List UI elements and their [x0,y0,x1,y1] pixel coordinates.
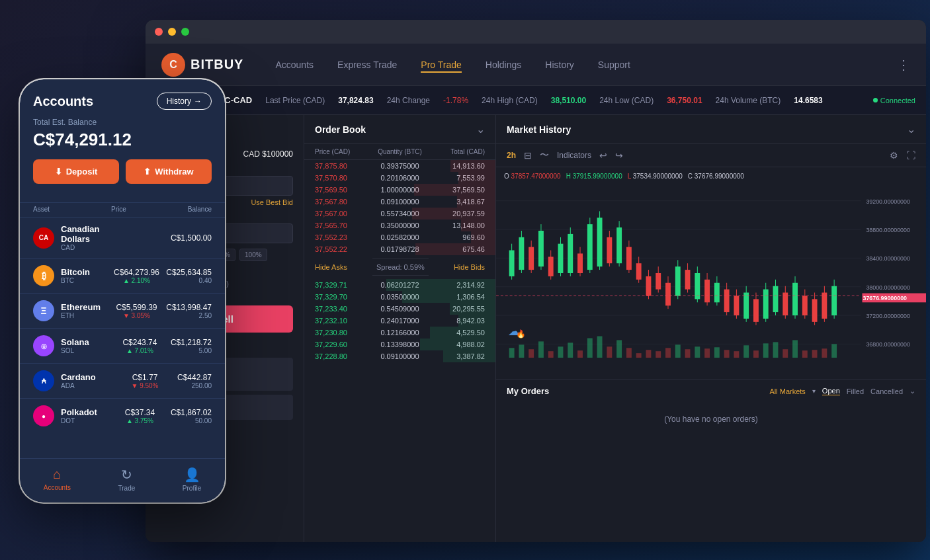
ohlc-l-label: L [628,173,631,180]
line-type-icon[interactable]: 〜 [540,149,549,161]
bid-row[interactable]: 37,232.10 0.24017000 8,942.03 [304,315,495,327]
ask-row[interactable]: 37,552.22 0.01798728 675.46 [304,243,495,255]
svg-text:37200.00000000: 37200.00000000 [866,313,910,319]
nav-link-history[interactable]: History [545,57,574,73]
chart-controls: 2h ⊟ 〜 Indicators ↩ ↪ ⚙ ⛶ [496,144,926,167]
svg-rect-98 [734,351,739,358]
bid-row[interactable]: 37,230.80 0.12166000 4,529.50 [304,327,495,339]
svg-rect-94 [695,346,700,358]
redo-icon[interactable]: ↪ [615,150,623,161]
bid-row[interactable]: 37,233.40 0.54509000 20,295.55 [304,303,495,315]
orders-chevron[interactable]: ⌄ [909,387,915,395]
svg-rect-104 [792,340,798,358]
filter-cancelled[interactable]: Cancelled [870,387,903,395]
timeframe-button[interactable]: 2h [507,151,516,160]
ob-price-header: Price (CAD) [315,148,372,155]
indicators-button[interactable]: Indicators [557,151,591,160]
asset-item-btc[interactable]: ₿ Bitcoin BTC C$64,273.96 ▲ 2.10% C$25,6… [20,258,225,293]
ask-row[interactable]: 37,552.23 0.02582000 969.60 [304,231,495,243]
ask-row[interactable]: 37,565.70 0.35000000 13,148.00 [304,220,495,231]
ask-row[interactable]: 37,567.00 0.55734000 20,937.59 [304,208,495,220]
my-orders-section: My Orders All Markets ▾ Open Filled Canc… [496,379,926,444]
spread-row: Hide Asks Spread: 0.59% Hide Bids [304,255,495,279]
logo: C BITBUY [161,53,243,77]
phone-nav-accounts[interactable]: ⌂ Accounts [44,467,71,492]
close-dot[interactable] [155,28,163,36]
svg-rect-78 [538,341,544,358]
asset-item-cad[interactable]: CA Canadian Dollars CAD C$1,500.00 [20,217,225,258]
svg-rect-79 [548,351,554,358]
ohlc-o-label: O [504,173,509,180]
nav-link-express-trade[interactable]: Express Trade [337,57,397,73]
nav-links: AccountsExpress TradePro TradeHoldingsHi… [275,57,897,73]
connection-status: Connected [873,97,915,104]
ask-row[interactable]: 37,567.80 0.09100000 3,418.67 [304,196,495,208]
bid-row[interactable]: 37,329.70 0.03500000 1,306.54 [304,291,495,303]
svg-rect-80 [558,346,564,358]
pct-100-button[interactable]: 100% [239,249,267,261]
ask-row[interactable]: 37,569.50 1.00000000 37,569.50 [304,184,495,196]
asset-icon-btc: ₿ [33,265,54,286]
bid-row[interactable]: 37,229.60 0.13398000 4,988.02 [304,339,495,350]
bid-row[interactable]: 37,228.80 0.09100000 3,387.82 [304,350,495,362]
hide-bids-button[interactable]: Hide Bids [454,263,485,271]
deposit-button[interactable]: ⬇ Deposit [33,159,119,184]
low-label: 24h Low (CAD) [599,96,654,105]
top-nav: C BITBUY AccountsExpress TradePro TradeH… [146,44,926,86]
asset-item-eth[interactable]: Ξ Ethereum ETH C$5,599.39 ▼ 3.05% C$13,9… [20,293,225,328]
nav-link-holdings[interactable]: Holdings [486,57,521,73]
nav-link-support[interactable]: Support [598,57,630,73]
ob-qty-header: Quantity (BTC) [372,148,429,155]
maximize-dot[interactable] [181,28,189,36]
bid-row[interactable]: 37,329.71 0.06201272 2,314.92 [304,279,495,291]
nav-link-accounts[interactable]: Accounts [275,57,314,73]
svg-text:38400.00000000: 38400.00000000 [866,255,910,262]
svg-rect-92 [675,344,681,358]
phone-nav-profile[interactable]: 👤 Profile [183,467,201,492]
filter-filled[interactable]: Filled [847,387,864,395]
orders-filters: All Markets ▾ Open Filled Cancelled ⌄ [769,387,915,395]
mobile-history-button[interactable]: History → [157,93,212,110]
phone-screen: Accounts History → Total Est. Balance C$… [20,79,225,502]
order-book-chevron[interactable]: ⌄ [476,123,485,136]
all-markets-filter[interactable]: All Markets [769,387,805,395]
asset-item-sol[interactable]: ◎ Solana SOL C$243.74 ▲ 7.01% C$1,218.72… [20,328,225,363]
svg-rect-86 [616,340,622,358]
nav-link-pro-trade[interactable]: Pro Trade [421,57,461,73]
hide-asks-button[interactable]: Hide Asks [315,263,347,271]
minimize-dot[interactable] [168,28,176,36]
ohlc-h-value: 37915.99000000 [573,173,622,180]
asset-item-dot[interactable]: ● Polkadot DOT C$37.34 ▲ 3.75% C$1,867.0… [20,398,225,433]
candle-type-icon[interactable]: ⊟ [524,150,532,161]
phone-nav-trade[interactable]: ↻ Trade [118,467,136,492]
high-label: 24h High (CAD) [482,96,538,105]
phone-balance-section: Total Est. Balance C$74,291.12 ⬇ Deposit… [20,118,225,202]
settings-icon[interactable]: ⚙ [890,150,898,161]
chart-title: Market History [507,124,571,135]
svg-rect-96 [714,347,720,358]
svg-rect-99 [743,345,749,358]
asset-icon-ada: ₳ [33,370,54,391]
fullscreen-icon[interactable]: ⛶ [906,150,915,161]
svg-rect-106 [812,350,818,358]
chart-chevron[interactable]: ⌄ [907,123,915,136]
undo-icon[interactable]: ↩ [599,150,607,161]
chart-body: O 37857.47000000 H 37915.99000000 L 3753… [496,167,926,379]
svg-rect-93 [685,349,691,358]
balance-amount: C$74,291.12 [33,130,212,150]
candlestick-chart: ☁ 🔥 39200.00000000 38800.00000000 38400.… [496,167,926,379]
svg-rect-107 [822,348,827,358]
logo-icon: C [161,53,185,77]
ask-row[interactable]: 37,570.80 0.20106000 7,553.99 [304,172,495,184]
filter-open[interactable]: Open [822,387,840,395]
high-value: 38,510.00 [551,96,586,105]
ask-row[interactable]: 37,875.80 0.39375000 14,913.60 [304,160,495,172]
main-content: Limit Market Purchase Limit CAD $100000 … [146,115,926,542]
order-book-header: Order Book ⌄ [304,115,495,144]
svg-rect-82 [577,350,583,358]
asset-item-ada[interactable]: ₳ Cardano ADA C$1.77 ▼ 9.50% C$442.87 25… [20,363,225,398]
withdraw-button[interactable]: ⬆ Withdraw [126,159,212,184]
more-menu-icon[interactable]: ⋮ [897,57,910,73]
low-value: 36,750.01 [667,96,702,105]
my-orders-title: My Orders [507,386,549,396]
